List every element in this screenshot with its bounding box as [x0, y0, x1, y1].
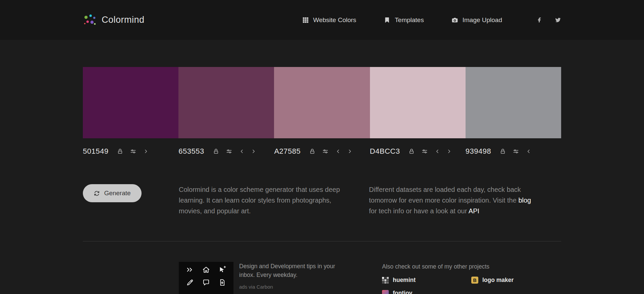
huemint-logo-icon — [382, 277, 389, 284]
palette-column-2: 653553 — [178, 67, 274, 156]
logo-text: Colormind — [102, 15, 145, 25]
datasets-text: Different datasets are loaded each day, … — [369, 184, 534, 216]
projects-grid: huemint B logo maker fontjoy — [382, 277, 514, 294]
hex-code[interactable]: A27585 — [274, 147, 301, 156]
other-projects: Also check out some of my other projects… — [382, 262, 514, 294]
carbon-ad-image[interactable] — [179, 262, 233, 294]
chevron-left-icon[interactable] — [239, 149, 245, 154]
nav-website-colors[interactable]: Website Colors — [302, 16, 356, 24]
grid-icon — [302, 17, 309, 23]
swatch-controls: A27585 — [274, 138, 370, 156]
footer: Design and Development tips in your inbo… — [83, 262, 561, 294]
hex-code[interactable]: 939498 — [466, 147, 491, 156]
hex-code[interactable]: 501549 — [83, 147, 108, 156]
camera-icon — [451, 17, 458, 23]
color-swatch[interactable] — [466, 67, 561, 138]
lock-icon[interactable] — [117, 148, 123, 154]
main-nav: Website Colors Templates Image Upload — [302, 16, 502, 24]
palette-column-1: 501549 — [83, 67, 178, 156]
fontjoy-logo-icon — [382, 290, 389, 294]
chevron-left-icon[interactable] — [335, 149, 341, 154]
header: Colormind Website Colors Templates Image… — [0, 0, 644, 40]
file-icon — [218, 279, 226, 286]
home-icon — [202, 266, 210, 274]
generate-label: Generate — [104, 190, 130, 197]
chat-icon — [202, 279, 210, 286]
color-swatch[interactable] — [83, 67, 178, 138]
swatch-controls: 653553 — [178, 138, 274, 156]
lock-icon[interactable] — [309, 148, 315, 154]
colormind-logo[interactable]: Colormind — [83, 13, 145, 27]
colormind-dots-icon — [83, 13, 97, 27]
nav-label: Website Colors — [313, 16, 356, 24]
project-fontjoy[interactable]: fontjoy — [382, 290, 471, 294]
generate-cell: Generate — [83, 184, 179, 216]
carbon-ad-copy: Design and Development tips in your inbo… — [239, 262, 340, 294]
datasets-text-part2: for tech info or have a look at our — [369, 207, 469, 215]
project-huemint[interactable]: huemint — [382, 277, 471, 284]
ad-headline[interactable]: Design and Development tips in your inbo… — [239, 262, 337, 279]
refresh-icon — [94, 190, 100, 197]
sliders-icon[interactable] — [513, 148, 519, 154]
project-label: huemint — [393, 277, 416, 284]
color-swatch[interactable] — [178, 67, 274, 138]
swatch-controls: 501549 — [83, 138, 178, 156]
chevron-right-icon[interactable] — [143, 149, 149, 154]
color-palette: 501549 653553 A27585 — [83, 67, 561, 156]
lock-icon[interactable] — [500, 148, 506, 154]
hex-code[interactable]: D4BCC3 — [370, 147, 400, 156]
palette-column-3: A27585 — [274, 67, 370, 156]
lock-icon[interactable] — [409, 148, 415, 154]
logo-maker-icon: B — [471, 277, 478, 284]
lock-icon[interactable] — [213, 148, 219, 154]
blog-link[interactable]: blog — [518, 197, 531, 204]
sliders-icon[interactable] — [422, 148, 428, 154]
pen-icon — [186, 279, 194, 286]
chevron-left-icon[interactable] — [526, 149, 531, 154]
actions-row: Generate Colormind is a color scheme gen… — [83, 184, 561, 216]
color-swatch[interactable] — [370, 67, 466, 138]
color-swatch[interactable] — [274, 67, 370, 138]
chevron-left-icon[interactable] — [435, 149, 440, 154]
chevron-right-icon[interactable] — [347, 149, 353, 154]
hex-code[interactable]: 653553 — [178, 147, 204, 156]
palette-column-4: D4BCC3 — [370, 67, 466, 156]
datasets-text-part1: Different datasets are loaded each day, … — [369, 186, 521, 204]
api-link[interactable]: API — [469, 207, 479, 215]
footer-spacer — [83, 262, 179, 294]
about-text: Colormind is a color scheme generator th… — [179, 184, 348, 216]
chevron-right-icon[interactable] — [251, 149, 256, 154]
project-label: fontjoy — [393, 290, 412, 294]
cursor-icon — [218, 266, 226, 274]
chevron-right-icon[interactable] — [446, 149, 452, 154]
swatch-controls: D4BCC3 — [370, 138, 466, 156]
sliders-icon[interactable] — [130, 148, 136, 154]
twitter-icon[interactable] — [555, 17, 561, 23]
code-icon — [186, 266, 194, 274]
sliders-icon[interactable] — [226, 148, 232, 154]
projects-title: Also check out some of my other projects — [382, 263, 514, 270]
generate-button[interactable]: Generate — [83, 184, 142, 202]
bookmark-icon — [384, 17, 390, 23]
swatch-controls: 939498 — [466, 138, 561, 156]
divider — [83, 241, 561, 241]
nav-label: Image Upload — [463, 16, 502, 24]
palette-column-5: 939498 — [466, 67, 561, 156]
project-logo-maker[interactable]: B logo maker — [471, 277, 514, 284]
social-links — [536, 17, 561, 23]
nav-image-upload[interactable]: Image Upload — [451, 16, 502, 24]
facebook-icon[interactable] — [536, 17, 543, 23]
ad-attribution[interactable]: ads via Carbon — [239, 284, 340, 290]
project-label: logo maker — [482, 277, 514, 284]
header-inner: Colormind Website Colors Templates Image… — [83, 13, 561, 27]
nav-templates[interactable]: Templates — [384, 16, 424, 24]
sliders-icon[interactable] — [322, 148, 328, 154]
nav-label: Templates — [395, 16, 424, 24]
